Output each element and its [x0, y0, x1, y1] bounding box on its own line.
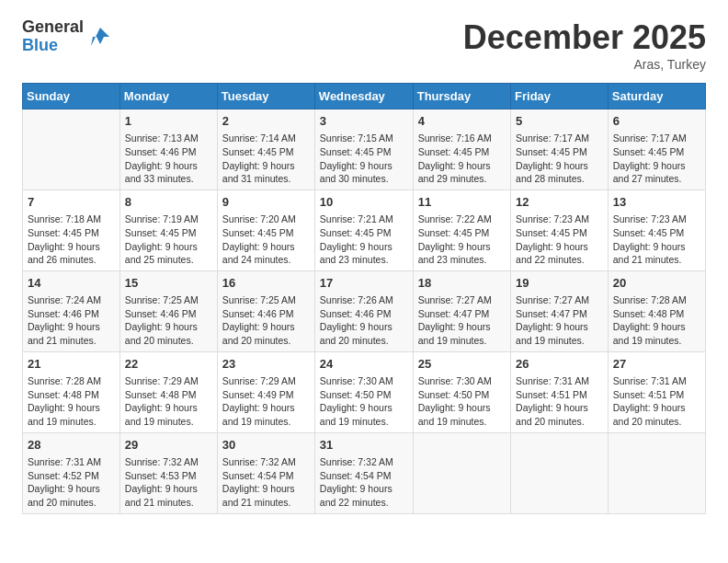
calendar-cell: [23, 109, 120, 190]
day-number: 5: [516, 113, 603, 130]
week-row-5: 28Sunrise: 7:31 AMSunset: 4:52 PMDayligh…: [23, 432, 706, 513]
day-info: Sunrise: 7:27 AM: [418, 293, 506, 307]
day-number: 22: [125, 356, 212, 373]
weekday-header-row: SundayMondayTuesdayWednesdayThursdayFrid…: [23, 84, 706, 109]
calendar-cell: 10Sunrise: 7:21 AMSunset: 4:45 PMDayligh…: [314, 190, 413, 270]
calendar-cell: 13Sunrise: 7:23 AMSunset: 4:45 PMDayligh…: [608, 190, 705, 270]
day-info: Sunset: 4:48 PM: [28, 388, 115, 402]
day-info: Daylight: 9 hours and 20 minutes.: [28, 482, 115, 509]
day-info: Sunset: 4:46 PM: [125, 307, 212, 321]
calendar-cell: 7Sunrise: 7:18 AMSunset: 4:45 PMDaylight…: [23, 190, 120, 270]
day-number: 14: [28, 275, 115, 292]
day-info: Sunrise: 7:27 AM: [516, 293, 603, 307]
weekday-header-tuesday: Tuesday: [217, 84, 314, 109]
calendar-cell: 18Sunrise: 7:27 AMSunset: 4:47 PMDayligh…: [413, 270, 510, 351]
day-info: Daylight: 9 hours and 20 minutes.: [613, 401, 700, 428]
day-info: Sunrise: 7:13 AM: [125, 132, 212, 145]
day-info: Sunset: 4:45 PM: [613, 226, 700, 240]
logo-general-text: General: [22, 18, 84, 37]
day-info: Daylight: 9 hours and 27 minutes.: [613, 159, 700, 186]
day-info: Daylight: 9 hours and 19 minutes.: [418, 320, 506, 347]
day-info: Sunset: 4:45 PM: [28, 226, 115, 240]
day-info: Daylight: 9 hours and 19 minutes.: [320, 401, 408, 428]
day-info: Sunrise: 7:28 AM: [613, 293, 700, 307]
calendar-cell: 23Sunrise: 7:29 AMSunset: 4:49 PMDayligh…: [217, 351, 314, 432]
week-row-3: 14Sunrise: 7:24 AMSunset: 4:46 PMDayligh…: [23, 270, 706, 351]
calendar-cell: 20Sunrise: 7:28 AMSunset: 4:48 PMDayligh…: [608, 270, 705, 351]
day-info: Sunrise: 7:24 AM: [28, 293, 115, 307]
day-info: Sunset: 4:54 PM: [222, 469, 310, 483]
day-info: Sunrise: 7:31 AM: [613, 374, 700, 388]
day-info: Daylight: 9 hours and 22 minutes.: [320, 482, 408, 509]
calendar-cell: 25Sunrise: 7:30 AMSunset: 4:50 PMDayligh…: [413, 351, 510, 432]
day-info: Sunset: 4:50 PM: [418, 388, 506, 402]
day-info: Sunrise: 7:23 AM: [516, 213, 603, 226]
logo-icon: [87, 24, 113, 50]
day-info: Sunset: 4:45 PM: [222, 226, 310, 240]
day-info: Daylight: 9 hours and 21 minutes.: [613, 240, 700, 267]
calendar-cell: 15Sunrise: 7:25 AMSunset: 4:46 PMDayligh…: [119, 270, 217, 351]
day-info: Daylight: 9 hours and 22 minutes.: [516, 240, 603, 267]
day-info: Sunset: 4:45 PM: [516, 226, 603, 240]
day-number: 2: [222, 113, 310, 130]
day-info: Sunrise: 7:32 AM: [125, 455, 212, 469]
day-info: Daylight: 9 hours and 21 minutes.: [28, 320, 115, 347]
page-header: General Blue December 2025 Aras, Turkey: [22, 18, 706, 72]
day-info: Daylight: 9 hours and 20 minutes.: [516, 401, 603, 428]
day-info: Sunset: 4:46 PM: [125, 145, 212, 159]
calendar-cell: 9Sunrise: 7:20 AMSunset: 4:45 PMDaylight…: [217, 190, 314, 270]
day-info: Sunset: 4:52 PM: [28, 469, 115, 483]
day-info: Sunset: 4:48 PM: [613, 307, 700, 321]
day-info: Sunset: 4:48 PM: [125, 388, 212, 402]
day-number: 28: [28, 437, 115, 454]
calendar-cell: 3Sunrise: 7:15 AMSunset: 4:45 PMDaylight…: [314, 109, 413, 190]
calendar-cell: 12Sunrise: 7:23 AMSunset: 4:45 PMDayligh…: [511, 190, 609, 270]
day-info: Sunrise: 7:15 AM: [320, 132, 408, 145]
calendar-cell: 11Sunrise: 7:22 AMSunset: 4:45 PMDayligh…: [413, 190, 510, 270]
day-number: 4: [418, 113, 506, 130]
day-info: Daylight: 9 hours and 29 minutes.: [418, 159, 506, 186]
calendar-cell: 17Sunrise: 7:26 AMSunset: 4:46 PMDayligh…: [314, 270, 413, 351]
day-number: 12: [516, 194, 603, 211]
calendar-cell: 14Sunrise: 7:24 AMSunset: 4:46 PMDayligh…: [23, 270, 120, 351]
calendar-cell: 4Sunrise: 7:16 AMSunset: 4:45 PMDaylight…: [413, 109, 510, 190]
calendar-cell: 22Sunrise: 7:29 AMSunset: 4:48 PMDayligh…: [119, 351, 217, 432]
calendar-cell: 2Sunrise: 7:14 AMSunset: 4:45 PMDaylight…: [217, 109, 314, 190]
day-info: Sunrise: 7:29 AM: [222, 374, 310, 388]
day-info: Sunset: 4:51 PM: [613, 388, 700, 402]
week-row-1: 1Sunrise: 7:13 AMSunset: 4:46 PMDaylight…: [23, 109, 706, 190]
day-info: Daylight: 9 hours and 19 minutes.: [516, 320, 603, 347]
day-info: Sunrise: 7:30 AM: [320, 374, 408, 388]
day-info: Sunset: 4:47 PM: [516, 307, 603, 321]
day-number: 15: [125, 275, 212, 292]
day-info: Daylight: 9 hours and 26 minutes.: [28, 240, 115, 267]
day-info: Daylight: 9 hours and 21 minutes.: [125, 482, 212, 509]
svg-marker-0: [91, 28, 109, 46]
day-info: Sunset: 4:45 PM: [418, 226, 506, 240]
day-info: Sunrise: 7:23 AM: [613, 213, 700, 226]
day-number: 30: [222, 437, 310, 454]
day-info: Daylight: 9 hours and 20 minutes.: [125, 320, 212, 347]
day-info: Sunset: 4:45 PM: [320, 145, 408, 159]
day-info: Daylight: 9 hours and 19 minutes.: [613, 320, 700, 347]
day-info: Sunset: 4:51 PM: [516, 388, 603, 402]
day-number: 24: [320, 356, 408, 373]
day-number: 26: [516, 356, 603, 373]
day-info: Daylight: 9 hours and 19 minutes.: [222, 401, 310, 428]
day-info: Sunrise: 7:32 AM: [222, 455, 310, 469]
calendar-cell: [413, 432, 510, 513]
day-number: 3: [320, 113, 408, 130]
day-info: Sunset: 4:47 PM: [418, 307, 506, 321]
day-info: Sunrise: 7:29 AM: [125, 374, 212, 388]
day-info: Sunset: 4:45 PM: [418, 145, 506, 159]
day-info: Sunrise: 7:26 AM: [320, 293, 408, 307]
day-info: Sunset: 4:46 PM: [28, 307, 115, 321]
day-info: Daylight: 9 hours and 33 minutes.: [125, 159, 212, 186]
day-number: 1: [125, 113, 212, 130]
logo: General Blue: [22, 18, 113, 55]
day-info: Daylight: 9 hours and 24 minutes.: [222, 240, 310, 267]
day-number: 11: [418, 194, 506, 211]
month-title: December 2025: [463, 18, 706, 57]
calendar-cell: 30Sunrise: 7:32 AMSunset: 4:54 PMDayligh…: [217, 432, 314, 513]
day-info: Sunrise: 7:25 AM: [222, 293, 310, 307]
